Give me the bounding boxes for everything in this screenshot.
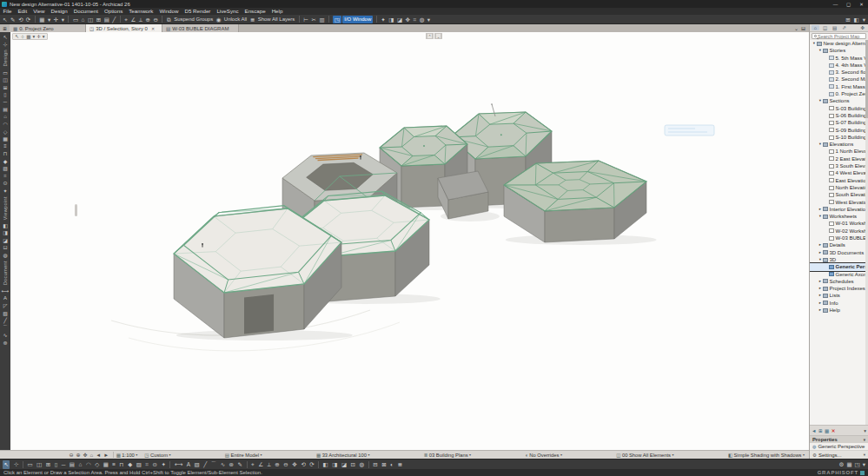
zoom-in-icon[interactable]: ⊕: [75, 452, 82, 458]
angle-snap-icon[interactable]: ∠: [129, 16, 136, 23]
maximize-button[interactable]: ▢: [842, 0, 855, 8]
view-map-icon[interactable]: ◫: [821, 25, 829, 30]
pan-icon[interactable]: ✥: [292, 460, 296, 469]
minimize-button[interactable]: —: [829, 0, 842, 8]
3d-window-icon[interactable]: ◳: [855, 460, 860, 469]
spline-tool-icon[interactable]: ∿: [1, 332, 10, 339]
zoom-out-icon[interactable]: ⊖: [153, 16, 159, 23]
model-view-options-dropdown[interactable]: ▦ 33 Architectural 100 ▾: [316, 453, 369, 458]
tree-item[interactable]: 1 North Elevation (Indep...: [810, 148, 868, 155]
pan-icon[interactable]: ✥: [82, 452, 89, 458]
mesh-icon[interactable]: ⌗: [413, 16, 418, 23]
curtain-wall-tool-icon[interactable]: ▦: [103, 460, 109, 469]
layers-icon[interactable]: ≣: [398, 460, 402, 469]
tree-item[interactable]: Generic Perspective: [810, 263, 868, 270]
3d-window-icon[interactable]: ◳: [333, 16, 341, 23]
roof-tool-icon[interactable]: ⌂: [81, 16, 86, 23]
wall-tool-icon[interactable]: ▭: [1, 69, 10, 76]
slab-tool-icon[interactable]: ▤: [103, 16, 110, 23]
elevation-view-icon[interactable]: ◨: [332, 460, 337, 469]
palettes-icon[interactable]: ⊞: [845, 16, 851, 23]
fill-tool-icon[interactable]: ▧: [1, 309, 10, 316]
override-icon[interactable]: ◐: [390, 460, 394, 469]
text-tool-icon[interactable]: A: [187, 460, 190, 469]
railing-tool-icon[interactable]: ⊓: [1, 150, 10, 157]
detail-view-icon[interactable]: ⊡: [351, 460, 355, 469]
building-right[interactable]: [504, 161, 657, 245]
shell-tool-icon[interactable]: ◠: [1, 121, 10, 128]
move-icon[interactable]: ✥: [405, 16, 411, 23]
tree-item[interactable]: Stories: [810, 47, 868, 54]
search-input[interactable]: [818, 34, 865, 39]
tree-item[interactable]: 3 South Elevation (Indep...: [810, 162, 868, 169]
publisher-icon[interactable]: ⇗: [840, 25, 848, 30]
dropdown-arrow-icon[interactable]: ▾: [427, 16, 431, 23]
favorites-icon[interactable]: ▦: [26, 34, 30, 39]
section-view-icon[interactable]: ◧: [323, 460, 328, 469]
tree-item[interactable]: 4 West Elevation (Indepe...: [810, 169, 868, 176]
tree-item[interactable]: S-10 Building Section (A...: [810, 134, 868, 141]
arc-tool-icon[interactable]: ⌒: [211, 460, 217, 469]
tree-item[interactable]: Elevations: [810, 141, 868, 148]
morph-tool-icon[interactable]: ◆: [1, 157, 10, 164]
tree-item[interactable]: 3D Documents: [810, 249, 868, 256]
camera-tool-icon[interactable]: ◍: [1, 251, 10, 258]
tree-item[interactable]: S-06 Building Section (A...: [810, 112, 868, 119]
marquee-tool-icon[interactable]: ⊹: [14, 460, 18, 469]
morph-tool-icon[interactable]: ◆: [128, 460, 132, 469]
tree-item[interactable]: Interior Elevations: [810, 206, 868, 213]
delete-icon[interactable]: ⊠: [381, 460, 386, 469]
tree-item[interactable]: Project Indexes: [810, 285, 868, 292]
menu-item[interactable]: Document: [70, 8, 101, 15]
dimension-tool-icon[interactable]: ⟷: [175, 460, 182, 469]
layers-icon[interactable]: ≣: [249, 16, 255, 23]
slab-tool-icon[interactable]: ▤: [70, 460, 75, 469]
view-tab[interactable]: ▤ W-03 BUBLE DIAGRAM: [162, 24, 239, 32]
stair-tool-icon[interactable]: ≡: [1, 142, 10, 149]
structure-display-dropdown[interactable]: ▤ Entire Model ▾: [225, 453, 262, 458]
graphic-override-dropdown[interactable]: ◐ No Overrides ▾: [525, 453, 562, 458]
renovation-filter-dropdown[interactable]: ◫ 00 Show All Elements ▾: [616, 453, 673, 458]
favorites-icon[interactable]: ▦: [38, 16, 45, 23]
organizer-icon[interactable]: ◧: [853, 16, 860, 23]
door-tool-icon[interactable]: ◫: [36, 460, 42, 469]
line-tool-icon[interactable]: ╱: [111, 16, 116, 23]
redo-icon[interactable]: ⟳: [25, 16, 31, 23]
menu-item[interactable]: Options: [101, 8, 125, 15]
tab-overview-button[interactable]: ⊞: [0, 24, 10, 32]
zoom-out-icon[interactable]: ⊖: [283, 460, 288, 469]
settings-button[interactable]: ⚙ Settings... ▾: [810, 451, 868, 459]
3d-model-scene[interactable]: [76, 32, 808, 450]
railing-tool-icon[interactable]: ⊓: [120, 460, 124, 469]
spline-tool-icon[interactable]: ∿: [221, 460, 225, 469]
tree-item[interactable]: 5. 5th Mass VOLUME Rf...: [810, 55, 868, 62]
camera-icon[interactable]: ◍: [419, 16, 426, 23]
wall-tool-icon[interactable]: ▭: [27, 460, 32, 469]
tree-item[interactable]: 1. First Mass Volume FF...: [810, 83, 868, 90]
tree-item[interactable]: 0. Project Zero: [810, 90, 868, 97]
3d-style-dropdown[interactable]: ◧ Simple Shading with Shadows ▾: [728, 453, 805, 458]
tab-list-icon[interactable]: ⌄: [794, 25, 798, 31]
roof-tool-icon[interactable]: ⌂: [79, 460, 83, 469]
shell-tool-icon[interactable]: ◠: [86, 460, 91, 469]
guides-icon[interactable]: ✛: [36, 34, 41, 39]
tree-item[interactable]: 4. 4th Mass Volume FFL...: [810, 62, 868, 69]
undo-icon[interactable]: ⟲: [301, 460, 305, 469]
tree-item[interactable]: S-07 Building Section (A...: [810, 119, 868, 126]
fit-in-window-icon[interactable]: ⌂: [89, 453, 95, 458]
measure-icon[interactable]: ⊢: [302, 16, 309, 23]
zoom-in-icon[interactable]: ⊕: [275, 460, 279, 469]
arc-tool-icon[interactable]: ⌒: [1, 324, 10, 331]
scroll-up-icon[interactable]: ⌃: [426, 33, 434, 39]
section-view-icon[interactable]: ◨: [388, 16, 394, 23]
show-all-layers-button[interactable]: Show All Layers: [257, 16, 296, 23]
tree-item[interactable]: West Elevation (Auto-reb...: [810, 199, 868, 206]
perpendicular-icon[interactable]: ⟂: [138, 16, 143, 23]
tree-item[interactable]: W-03 BUBLE DIAGRAM (I...: [810, 235, 868, 241]
suspend-groups-button[interactable]: Suspend Groups: [173, 16, 214, 23]
lamp-tool-icon[interactable]: ✦: [161, 460, 165, 469]
tab-close-icon[interactable]: ✕: [151, 26, 155, 31]
tree-item[interactable]: South Elevation (Auto-re...: [810, 191, 868, 198]
pencil-icon[interactable]: ✎: [10, 16, 16, 23]
dropdown-arrow-icon[interactable]: ▾: [864, 428, 866, 433]
